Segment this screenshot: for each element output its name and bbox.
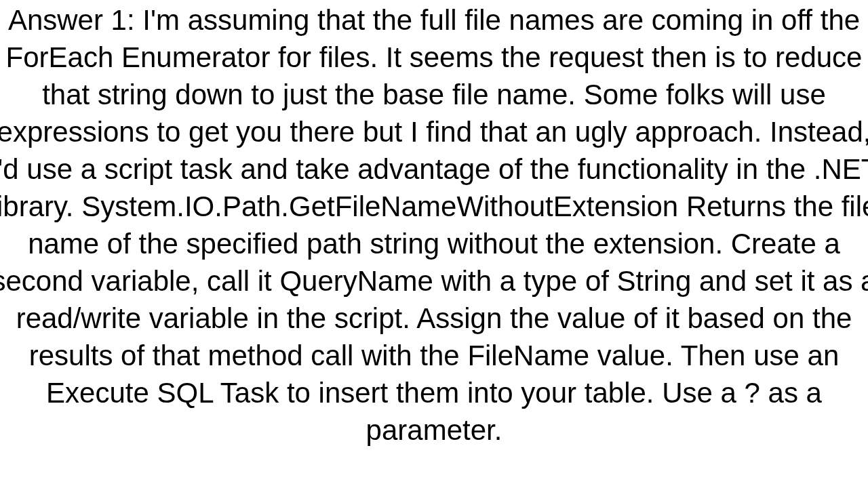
answer-text: Answer 1: I'm assuming that the full fil… (0, 1, 868, 449)
answer-block: Answer 1: I'm assuming that the full fil… (0, 0, 868, 488)
